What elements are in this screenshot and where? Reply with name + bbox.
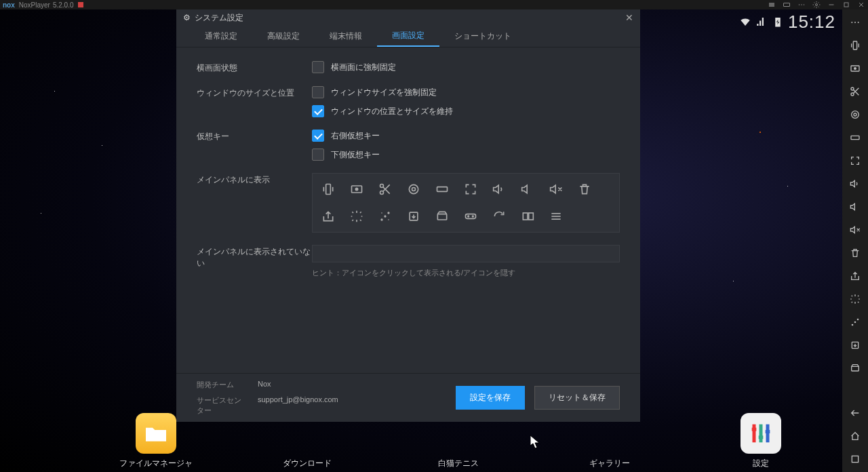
shake-icon[interactable] [321,182,336,197]
panel-hint: ヒント：アイコンをクリックして表示される/アイコンを隠す [312,268,620,278]
video-record-icon[interactable] [349,182,364,197]
force-winsize-label: ウィンドウサイズを強制固定 [331,87,437,98]
dock-label: ダウンロード [283,458,332,469]
svg-rect-48 [851,136,859,139]
svg-point-12 [380,184,384,188]
keep-winpos-label: ウィンドウの位置とサイズを維持 [331,106,453,117]
svg-point-19 [387,212,389,214]
side-scissors-icon[interactable] [842,81,868,102]
gamepad-icon[interactable] [463,209,478,224]
svg-point-17 [380,218,382,220]
window-titlebar: nox NoxPlayer 5.2.0.0 [0,0,868,9]
titlebar-settings-icon[interactable] [812,1,821,9]
side-volume-mute-icon[interactable] [842,220,868,240]
svg-rect-24 [466,214,476,219]
maximize-button[interactable] [842,1,850,9]
svg-point-38 [851,22,852,23]
tab-shortcut[interactable]: ショートカット [439,26,526,47]
tab-general[interactable]: 通常設定 [190,26,252,47]
dock-download[interactable]: ダウンロード [239,458,375,469]
nox-logo: nox [3,1,15,9]
minimize-button[interactable] [827,1,835,9]
share-icon[interactable] [321,209,336,224]
force-landscape-checkbox[interactable]: 横画面に強制固定 [312,61,620,73]
side-volume-up-icon[interactable] [842,174,868,194]
force-landscape-label: 横画面に強制固定 [331,62,396,73]
android-status-bar: 15:12 [739,9,842,34]
svg-rect-6 [844,3,848,7]
side-back-icon[interactable] [842,403,868,423]
side-more-icon[interactable] [842,12,868,33]
side-share-icon[interactable] [842,266,868,286]
dock-shironeko[interactable]: 白猫テニス [391,458,526,469]
file-transfer-icon[interactable] [435,209,450,224]
fullscreen-icon[interactable] [463,182,478,197]
side-location-icon[interactable] [842,104,868,125]
dev-team-label: 開発チーム [197,380,244,390]
svg-point-43 [854,68,856,70]
dock-label: 白猫テニス [438,458,479,469]
scissors-icon[interactable] [378,182,393,197]
app-name: NoxPlayer [19,1,50,9]
settings-tabs: 通常設定 高級設定 端末情報 画面設定 ショートカット [176,26,640,47]
svg-rect-9 [326,184,331,195]
tab-screen[interactable]: 画面設定 [377,26,439,47]
dock-gallery[interactable]: ギャラリー [542,458,677,469]
side-volume-down-icon[interactable] [842,197,868,217]
dock-file-manager[interactable]: ファイルマネージャ [88,413,224,469]
volume-up-icon[interactable] [492,182,507,197]
svg-rect-36 [759,435,764,439]
titlebar-sponsor-icon[interactable] [768,1,776,9]
side-loading-icon[interactable] [842,289,868,309]
menu-icon[interactable] [549,209,564,224]
svg-point-20 [381,212,382,214]
side-shake-icon[interactable] [842,35,868,56]
force-winsize-checkbox[interactable]: ウィンドウサイズを強制固定 [312,86,620,98]
side-effects-icon[interactable] [842,312,868,332]
location-icon[interactable] [406,182,421,197]
volume-down-icon[interactable] [520,182,535,197]
keyboard-icon[interactable] [435,182,450,197]
side-trash-icon[interactable] [842,243,868,263]
titlebar-keyboard-icon[interactable] [783,1,791,9]
panel-hidden-icons[interactable] [312,245,620,262]
svg-rect-0 [784,3,790,7]
side-record-icon[interactable] [842,58,868,79]
side-file-icon[interactable] [842,358,868,378]
svg-rect-27 [523,213,528,220]
bottom-virtualkey-checkbox[interactable]: 下側仮想キー [312,149,620,161]
titlebar-more-icon[interactable] [797,1,806,9]
side-keyboard-icon[interactable] [842,127,868,148]
apk-install-icon[interactable] [406,209,421,224]
side-recents-icon[interactable] [842,449,868,469]
bottom-virtualkey-label: 下側仮想キー [331,149,380,161]
status-indicator [78,2,83,7]
trash-icon[interactable] [577,182,592,197]
svg-point-39 [854,22,856,23]
svg-point-51 [857,319,859,321]
multi-instance-icon[interactable] [520,209,535,224]
rotate-icon[interactable] [492,209,507,224]
svg-point-50 [854,321,856,323]
dock-settings[interactable]: 設定 [693,413,829,469]
side-home-icon[interactable] [842,426,868,446]
dock-label: ファイルマネージャ [119,458,193,469]
side-fullscreen-icon[interactable] [842,151,868,171]
keep-winpos-checkbox[interactable]: ウィンドウの位置とサイズを維持 [312,105,620,117]
dock-label: ギャラリー [589,458,630,469]
svg-point-3 [804,4,805,5]
signal-icon [755,16,768,28]
app-version: 5.2.0.0 [53,1,74,9]
tab-device-info[interactable]: 端末情報 [315,26,377,47]
dialog-close-button[interactable]: ✕ [625,12,633,23]
svg-point-15 [412,188,416,191]
volume-mute-icon[interactable] [549,182,564,197]
right-virtualkey-checkbox[interactable]: 右側仮想キー [312,130,620,142]
svg-point-40 [858,22,859,23]
side-apk-icon[interactable] [842,335,868,355]
loading-icon[interactable] [349,209,364,224]
close-button[interactable] [857,1,865,9]
effects-icon[interactable] [378,209,393,224]
dock-label: 設定 [753,458,769,469]
tab-advanced[interactable]: 高級設定 [252,26,315,47]
